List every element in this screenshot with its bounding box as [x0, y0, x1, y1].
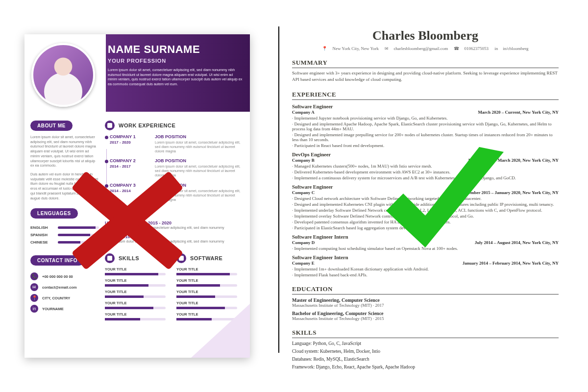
skill-label: YOUR TITLE	[176, 290, 244, 294]
education-list-plain: Master of Engineering, Computer ScienceM…	[292, 297, 559, 321]
skill-label: YOUR TITLE	[105, 278, 172, 283]
bullet: Implemented a continuous delivery system…	[292, 175, 559, 180]
comparison-stage: NAME SURNAME YOUR PROFESSION Lorem ipsum…	[0, 0, 588, 392]
job-dates: 2017 - 2020	[110, 140, 151, 145]
job-entry: COMPANY 22014 - 2017JOB POSITIONLorem ip…	[105, 158, 244, 177]
phone-icon: ☎	[454, 46, 459, 51]
contact-icon: 📞	[30, 272, 38, 280]
degree: Master of Engineering, Computer Science	[292, 297, 559, 303]
job-entry: COMPANY 12017 - 2020JOB POSITIONLorem ip…	[105, 134, 244, 153]
bullet: Implemented computing host scheduling si…	[292, 246, 559, 251]
skill-row: YOUR TITLE	[105, 278, 172, 287]
company-name: COMPANY 3	[110, 183, 151, 188]
skill-line: Cloud system: Kubernetes, Helm, Docker, …	[292, 349, 559, 354]
experience-entry: Software EngineerCompany CDecember 2015 …	[292, 184, 559, 230]
job-dates: 2014 - 2017	[110, 164, 151, 169]
name-surname: NAME SURNAME	[108, 43, 243, 56]
experience-entry: DevOps EngineerCompany BJanuary 2020 – M…	[292, 152, 559, 180]
bullet: Designed and implemented Kubernetes CNI …	[292, 202, 559, 207]
skill-label: YOUR TITLE	[105, 301, 172, 305]
briefcase-icon	[105, 121, 115, 130]
graduation-icon	[105, 207, 115, 217]
software-title: SOFTWARE	[190, 255, 222, 261]
contact-icon: ✉	[30, 283, 38, 291]
education-head: EDUCATION	[105, 207, 244, 217]
education-list: UNIVERSITY NAME 2015 - 2020Lorem ipsum d…	[105, 220, 244, 244]
email-text: charlesbloomberg@gmail.com	[393, 46, 448, 51]
bullet: Developed patented consensus algorithm i…	[292, 220, 559, 224]
avatar	[31, 43, 95, 107]
software-head: SOFTWARE	[176, 253, 244, 263]
company-name: Company A	[292, 110, 315, 115]
contact-row: inYOURNAME	[30, 305, 99, 313]
gear-icon	[176, 253, 186, 263]
skill-bar	[176, 284, 237, 287]
dates-location: December 2015 – January 2020, New York C…	[462, 190, 559, 195]
work-experience-title: WORK EXPERIENCE	[119, 122, 175, 128]
bullet: Participated in React based front end de…	[292, 143, 559, 148]
experience-entry: Software EngineerCompany AMarch 2020 – C…	[292, 104, 559, 148]
dates-location: July 2014 – August 2014, New York City, …	[475, 240, 559, 245]
skill-label: YOUR TITLE	[176, 267, 244, 271]
skill-bar	[105, 284, 166, 287]
bullet: Implemented underlay Software Defined Ne…	[292, 208, 559, 213]
language-label: CHINESE	[30, 240, 54, 245]
location-text: New York City, New York	[332, 46, 379, 51]
contact-list: 📞+00 000 000 00 00✉contact@email.com📍CIT…	[30, 272, 99, 313]
skill-row: YOUR TITLE	[105, 312, 172, 320]
role-title: Software Engineer	[292, 184, 559, 190]
skill-bar	[105, 295, 166, 298]
about-text-2: Duis autem vel eum dolor in hendrerit in…	[30, 172, 99, 200]
school-name: NAME 2010 - 2015	[105, 234, 244, 239]
school: Massachusetts Institute of Technology (M…	[292, 303, 559, 308]
language-row: SPANISH	[30, 233, 99, 237]
skill-bar	[105, 318, 166, 320]
skill-bar	[105, 273, 166, 275]
about-text-1: Lorem ipsum dolor sit amet, consectetuer…	[30, 135, 99, 168]
header-blurb: Lorem ipsum dolor sit amet, consectetuer…	[108, 68, 243, 87]
contact-text: YOURNAME	[42, 307, 64, 311]
skill-label: YOUR TITLE	[105, 290, 172, 294]
bullet: Delivered Kubernetes-based development e…	[292, 170, 559, 174]
edu-entry: NAME 2010 - 2015Lorem ipsum dolor sit am…	[105, 234, 244, 244]
skills-list: YOUR TITLEYOUR TITLEYOUR TITLEYOUR TITLE…	[105, 267, 172, 320]
school: Massachusetts Institute of Technology (M…	[292, 316, 559, 321]
skill-row: YOUR TITLE	[105, 267, 172, 275]
dates-location: January 2014 – February 2014, New York C…	[463, 261, 559, 266]
right-panel: Charles Bloomberg 📍New York City, New Yo…	[283, 0, 588, 392]
skill-row: YOUR TITLE	[105, 301, 172, 309]
experience-entry: Software Engineer InternCompany DJuly 20…	[292, 234, 559, 251]
skill-row: YOUR TITLE	[105, 290, 172, 298]
bullet: Implemented overlay Software Defined Net…	[292, 214, 559, 219]
bullet: Designed Cloud network architecture with…	[292, 196, 559, 201]
star-icon	[105, 253, 115, 263]
map-pin-icon: 📍	[322, 46, 327, 51]
edu-desc: Lorem ipsum dolor sit amet, consectetuer…	[105, 239, 244, 244]
education-entry: Bachelor of Engineering, Computer Scienc…	[292, 311, 559, 321]
skills-head: SKILLS	[105, 253, 172, 263]
job-desc: Lorem ipsum dolor sit amet, consectetuer…	[155, 189, 244, 202]
language-row: ENGLISH	[30, 225, 99, 230]
work-experience-head: WORK EXPERIENCE	[105, 121, 244, 130]
bullet: Implemented Flask based back-end APIs.	[292, 272, 559, 277]
role-title: Software Engineer Intern	[292, 234, 559, 240]
language-bar	[58, 241, 99, 244]
skill-line: Databases: Redis, MySQL, ElasticSearch	[292, 357, 559, 362]
skill-row: YOUR TITLE	[176, 278, 244, 287]
education-entry: Master of Engineering, Computer ScienceM…	[292, 297, 559, 308]
bullet: Implemented 1m+ downloaded Korean dictio…	[292, 267, 559, 271]
education-heading: EDUCATION	[292, 285, 559, 294]
company-name: COMPANY 2	[110, 158, 151, 163]
skill-label: YOUR TITLE	[176, 278, 244, 283]
contact-row: 📞+00 000 000 00 00	[30, 272, 99, 280]
contact-icon: 📍	[30, 294, 38, 302]
role-title: DevOps Engineer	[292, 152, 559, 157]
company-name: Company C	[292, 190, 315, 195]
job-entry: COMPANY 32014 - 2014JOB POSITIONLorem ip…	[105, 183, 244, 202]
skill-line: Language: Python, Go, C, JavaScript	[292, 341, 559, 346]
contact-row: 📍CITY, COUNTRY	[30, 294, 99, 302]
header-text: NAME SURNAME YOUR PROFESSION Lorem ipsum…	[108, 43, 243, 87]
role-title: Software Engineer	[292, 104, 559, 109]
phone-text: 01062375053	[464, 46, 489, 51]
bullet: Designed and implemented image prepullin…	[292, 132, 559, 142]
